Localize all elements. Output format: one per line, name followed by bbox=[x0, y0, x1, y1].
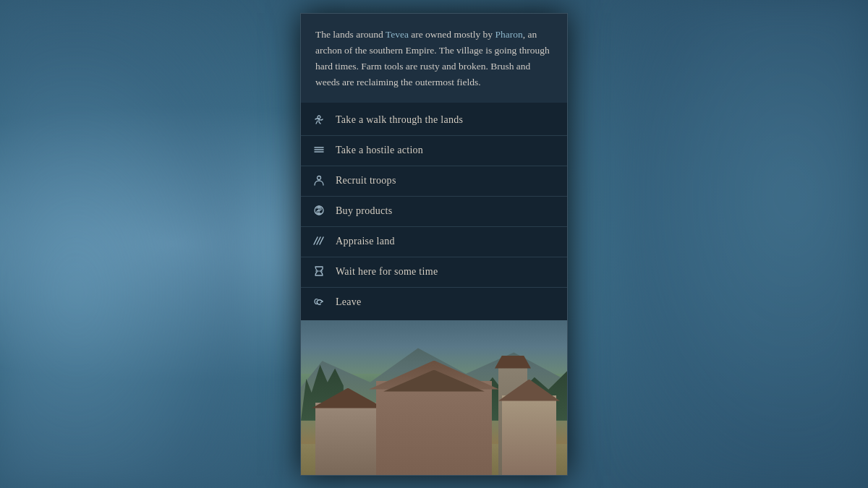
action-walk[interactable]: Take a walk through the lands bbox=[301, 106, 567, 136]
description-text: The lands around Tevea are owned mostly … bbox=[315, 27, 553, 91]
tevea-link[interactable]: Tevea bbox=[386, 29, 409, 40]
action-appraise[interactable]: Appraise land bbox=[301, 227, 567, 257]
appraise-icon bbox=[311, 234, 327, 249]
description-panel: The lands around Tevea are owned mostly … bbox=[301, 14, 567, 103]
walk-label: Take a walk through the lands bbox=[336, 114, 463, 126]
action-buy[interactable]: Buy products bbox=[301, 197, 567, 227]
game-panel: The lands around Tevea are owned mostly … bbox=[300, 13, 568, 476]
hostile-label: Take a hostile action bbox=[336, 145, 423, 156]
recruit-label: Recruit troops bbox=[336, 175, 396, 187]
description-middle1: are owned mostly by bbox=[409, 29, 495, 40]
buy-label: Buy products bbox=[336, 205, 392, 217]
bg-left-blur bbox=[0, 0, 253, 488]
buy-icon bbox=[311, 204, 327, 219]
village-scene bbox=[301, 320, 567, 475]
wait-icon bbox=[311, 265, 327, 280]
wait-label: Wait here for some time bbox=[336, 266, 438, 278]
appraise-label: Appraise land bbox=[336, 236, 395, 247]
walk-icon bbox=[311, 113, 327, 128]
hostile-icon bbox=[311, 143, 327, 158]
pharon-link[interactable]: Pharon bbox=[495, 29, 523, 40]
leave-icon bbox=[311, 295, 327, 310]
action-leave[interactable]: Leave bbox=[301, 288, 567, 317]
action-wait[interactable]: Wait here for some time bbox=[301, 257, 567, 288]
recruit-icon bbox=[311, 174, 327, 189]
bg-right-blur bbox=[615, 0, 868, 488]
action-hostile[interactable]: Take a hostile action bbox=[301, 136, 567, 166]
actions-list: Take a walk through the lands Take a hos… bbox=[301, 103, 567, 320]
description-prefix: The lands around bbox=[315, 29, 386, 40]
action-recruit[interactable]: Recruit troops bbox=[301, 166, 567, 197]
leave-label: Leave bbox=[336, 296, 362, 308]
svg-point-4 bbox=[318, 176, 321, 179]
